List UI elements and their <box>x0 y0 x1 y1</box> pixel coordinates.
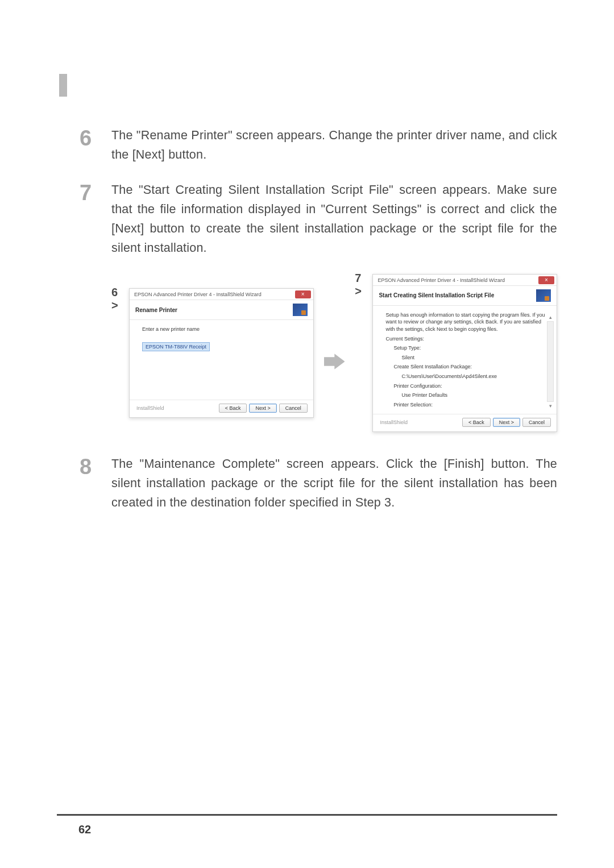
cancel-button[interactable]: Cancel <box>279 404 308 413</box>
svg-marker-0 <box>324 354 345 369</box>
installer-brand: InstallShield <box>136 405 164 411</box>
footer-rule <box>57 814 557 816</box>
dialog-header: Rename Printer <box>130 300 313 320</box>
scroll-up-icon[interactable]: ▴ <box>549 314 552 320</box>
page-number: 62 <box>78 823 91 836</box>
back-button[interactable]: < Back <box>462 418 491 427</box>
installer-brand: InstallShield <box>380 420 408 425</box>
setting-line: Printer Selection: <box>385 401 549 409</box>
installer-banner-icon <box>293 304 308 316</box>
dialog-title: EPSON Advanced Printer Driver 4 - Instal… <box>377 277 505 283</box>
close-icon[interactable] <box>538 276 554 284</box>
arrow-right-icon <box>324 351 345 372</box>
dialog-body: Enter a new printer name EPSON TM-T88IV … <box>130 320 313 400</box>
dialog-start-creating-script: EPSON Advanced Printer Driver 4 - Instal… <box>372 274 557 433</box>
dialog-titlebar: EPSON Advanced Printer Driver 4 - Instal… <box>130 289 313 300</box>
cancel-button[interactable]: Cancel <box>522 418 551 427</box>
figure-6: 6 > EPSON Advanced Printer Driver 4 - In… <box>111 288 314 418</box>
dialog-buttons: < Back Next > Cancel <box>219 404 308 413</box>
dialog-titlebar: EPSON Advanced Printer Driver 4 - Instal… <box>373 275 557 286</box>
close-icon[interactable] <box>295 290 311 298</box>
step-6: 6 The "Rename Printer" screen appears. C… <box>80 126 557 165</box>
setting-line: Create Silent Installation Package: <box>385 363 549 371</box>
scrollbar[interactable]: ▴ ▾ <box>546 314 554 409</box>
back-button[interactable]: < Back <box>219 404 247 413</box>
page-content: 6 The "Rename Printer" screen appears. C… <box>80 126 557 529</box>
figure-label: 7 > <box>355 272 370 298</box>
dialog-footer: InstallShield < Back Next > Cancel <box>373 414 557 431</box>
setting-value: C:\Users\User\Documents\Apd4Silent.exe <box>385 373 549 380</box>
scroll-track[interactable] <box>547 321 554 402</box>
step-text: The "Rename Printer" screen appears. Cha… <box>111 126 557 165</box>
dialog-header: Start Creating Silent Installation Scrip… <box>373 286 557 306</box>
figure-7: 7 > EPSON Advanced Printer Driver 4 - In… <box>355 274 557 433</box>
scroll-down-icon[interactable]: ▾ <box>549 403 552 409</box>
setting-line: Printer Configuration: <box>385 383 549 390</box>
figure-label: 6 > <box>111 286 127 312</box>
step-number: 7 <box>80 181 111 203</box>
setting-line: Setup Type: <box>385 344 549 352</box>
intro-text: Setup has enough information to start co… <box>385 312 549 333</box>
dialog-footer: InstallShield < Back Next > Cancel <box>130 400 313 417</box>
next-button[interactable]: Next > <box>493 418 520 427</box>
printer-name-input[interactable]: EPSON TM-T88IV Receipt <box>142 342 210 352</box>
dialog-header-title: Start Creating Silent Installation Scrip… <box>379 292 494 298</box>
dialog-body: Setup has enough information to start co… <box>373 306 557 414</box>
step-text: The "Maintenance Complete" screen appear… <box>111 455 557 513</box>
step-number: 8 <box>80 455 111 477</box>
dialog-title: EPSON Advanced Printer Driver 4 - Instal… <box>134 292 262 297</box>
step-8: 8 The "Maintenance Complete" screen appe… <box>80 455 557 513</box>
dialog-buttons: < Back Next > Cancel <box>462 418 551 427</box>
field-label: Enter a new printer name <box>142 326 305 333</box>
step-text: The "Start Creating Silent Installation … <box>111 181 557 258</box>
step-7: 7 The "Start Creating Silent Installatio… <box>80 181 557 258</box>
current-settings-label: Current Settings: <box>385 335 549 343</box>
next-button[interactable]: Next > <box>249 404 276 413</box>
dialog-rename-printer: EPSON Advanced Printer Driver 4 - Instal… <box>129 288 314 418</box>
setting-value: Use Printer Defaults <box>385 392 549 399</box>
section-tab <box>59 74 67 97</box>
step-number: 6 <box>80 126 111 149</box>
setting-value: Silent <box>385 354 549 362</box>
installer-banner-icon <box>536 289 551 302</box>
dialog-header-title: Rename Printer <box>135 307 177 313</box>
figure-row: 6 > EPSON Advanced Printer Driver 4 - In… <box>111 274 557 433</box>
